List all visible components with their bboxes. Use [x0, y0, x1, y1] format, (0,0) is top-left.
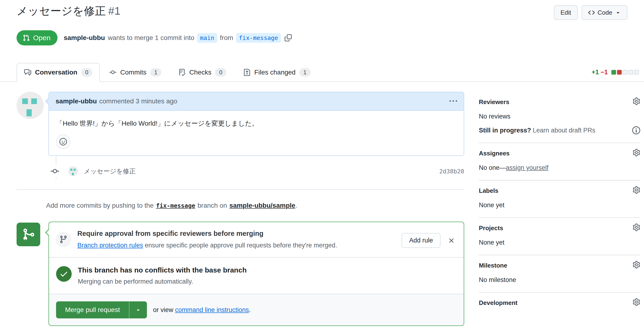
diffstat-blocks — [611, 70, 639, 74]
tab-commits[interactable]: Commits 1 — [102, 63, 169, 82]
tab-conversation[interactable]: Conversation 0 — [16, 63, 100, 82]
head-branch-link[interactable]: fix-message — [156, 202, 195, 209]
rule-title: Require approval from specific reviewers… — [77, 230, 394, 238]
check-icon — [60, 270, 68, 278]
pr-header: メッセージを修正#1 Edit Code Open sample-ubbu wa… — [0, 0, 644, 46]
git-commit-icon — [109, 69, 116, 76]
merge-actions: Merge pull request or view command line … — [49, 294, 464, 326]
kebab-icon — [450, 98, 457, 105]
milestone-empty-text: No milestone — [479, 276, 640, 284]
commit-message-link[interactable]: メッセージを修正 — [84, 167, 136, 176]
development-gear-button[interactable] — [633, 298, 640, 306]
sidebar-section-milestone: Milestone No milestone — [479, 255, 640, 292]
conflict-status-desc: Merging can be performed automatically. — [78, 278, 246, 285]
git-branch-icon — [59, 235, 68, 244]
smiley-icon — [60, 138, 67, 146]
comment-meta: commented 3 minutes ago — [99, 98, 177, 105]
tab-counter: 1 — [150, 68, 161, 77]
assign-yourself-link[interactable]: assign yourself — [506, 164, 548, 171]
avatar[interactable] — [16, 92, 44, 119]
merge-pull-request-button[interactable]: Merge pull request — [56, 301, 129, 318]
merge-description: sample-ubbu wants to merge 1 commit into… — [64, 33, 292, 43]
commit-row: メッセージを修正 2d38b20 — [16, 163, 464, 180]
pr-comment: sample-ubbu commented 3 minutes ago 「Hel… — [16, 92, 464, 156]
discussion-timeline: sample-ubbu commented 3 minutes ago 「Hel… — [16, 92, 464, 326]
projects-gear-button[interactable] — [633, 224, 640, 231]
pr-number: #1 — [108, 5, 120, 17]
chevron-down-icon — [135, 307, 141, 313]
repo-link[interactable]: sample-ubbu/sample — [230, 202, 296, 209]
diffstat: +1 −1 — [592, 68, 639, 76]
sidebar: Reviewers No reviews Still in progress? … — [479, 92, 640, 326]
merge-options-dropdown[interactable] — [129, 301, 147, 318]
page-title: メッセージを修正#1 — [16, 4, 121, 18]
labels-empty-text: None yet — [479, 202, 640, 209]
pull-request-icon — [23, 34, 30, 42]
checklist-icon — [178, 69, 186, 76]
commit-sha-link[interactable]: 2d38b20 — [439, 168, 464, 175]
gear-icon — [633, 98, 640, 105]
code-button[interactable]: Code — [582, 5, 628, 20]
dismiss-rule-button[interactable] — [448, 237, 455, 244]
assignees-gear-button[interactable] — [633, 149, 640, 156]
reviewers-gear-button[interactable] — [633, 98, 640, 105]
draft-info-button[interactable] — [632, 126, 640, 134]
pr-tabnav: Conversation 0 Commits 1 Checks 0 Files … — [0, 63, 644, 82]
diffstat-additions: +1 — [592, 68, 599, 76]
comment-options-button[interactable] — [450, 98, 457, 105]
pr-state-badge: Open — [16, 30, 58, 46]
sidebar-section-assignees: Assignees No one—assign yourself — [479, 143, 640, 180]
comment-box: sample-ubbu commented 3 minutes ago 「Hel… — [48, 92, 464, 156]
gear-icon — [633, 186, 640, 194]
sidebar-section-reviewers: Reviewers No reviews Still in progress? … — [479, 92, 640, 143]
check-icon-badge — [56, 266, 72, 282]
git-merge-icon — [22, 228, 35, 241]
command-line-instructions-link[interactable]: command line instructions — [175, 306, 249, 314]
tab-checks[interactable]: Checks 0 — [171, 63, 234, 82]
sidebar-section-labels: Labels None yet — [479, 180, 640, 218]
file-diff-icon — [244, 69, 250, 76]
merge-area: Require approval from specific reviewers… — [16, 222, 464, 326]
pr-title-text: メッセージを修正 — [16, 5, 106, 17]
tab-counter: 0 — [81, 68, 92, 77]
sidebar-section-projects: Projects None yet — [479, 218, 640, 255]
labels-gear-button[interactable] — [633, 186, 640, 194]
comment-author-link[interactable]: sample-ubbu — [56, 98, 97, 105]
gear-icon — [633, 224, 640, 231]
git-merge-icon-badge — [16, 222, 40, 246]
head-branch-chip[interactable]: fix-message — [236, 33, 281, 43]
git-branch-icon-badge — [56, 232, 71, 247]
projects-empty-text: None yet — [479, 239, 640, 246]
tab-counter: 1 — [299, 68, 310, 77]
comment-body-text: 「Hello 世界!」から「Hello World!」にメッセージを変更しました… — [56, 118, 456, 128]
chevron-down-icon — [615, 10, 621, 16]
git-commit-icon — [51, 165, 59, 178]
draft-prompt-text: Still in progress? — [479, 127, 531, 134]
timeline-divider — [16, 190, 464, 190]
add-reaction-button[interactable] — [56, 134, 70, 149]
branch-protection-rules-link[interactable]: Branch protection rules — [77, 242, 143, 249]
gear-icon — [633, 261, 640, 268]
copy-icon — [284, 34, 292, 42]
tab-counter: 0 — [215, 68, 226, 77]
code-icon — [588, 9, 595, 16]
commit-author-avatar[interactable] — [68, 166, 78, 176]
sidebar-section-development: Development — [479, 292, 640, 315]
base-branch-chip[interactable]: main — [197, 33, 217, 43]
assignees-empty-text: No one— — [479, 164, 506, 171]
close-icon — [448, 237, 455, 244]
tab-files-changed[interactable]: Files changed 1 — [236, 63, 318, 82]
diffstat-deletions: −1 — [600, 68, 608, 76]
edit-button[interactable]: Edit — [554, 5, 578, 20]
push-note: Add more commits by pushing to the fix-m… — [46, 202, 464, 209]
conflict-status-title: This branch has no conflicts with the ba… — [78, 266, 246, 274]
comment-discussion-icon — [24, 69, 31, 76]
add-rule-button[interactable]: Add rule — [402, 233, 440, 248]
gear-icon — [633, 149, 640, 156]
info-icon — [632, 126, 640, 134]
milestone-gear-button[interactable] — [633, 261, 640, 268]
merge-status-box: Require approval from specific reviewers… — [48, 222, 464, 326]
draft-prs-link[interactable]: Learn about draft PRs — [533, 127, 595, 134]
copy-branch-button[interactable] — [284, 34, 292, 42]
pr-author-link[interactable]: sample-ubbu — [64, 34, 105, 42]
